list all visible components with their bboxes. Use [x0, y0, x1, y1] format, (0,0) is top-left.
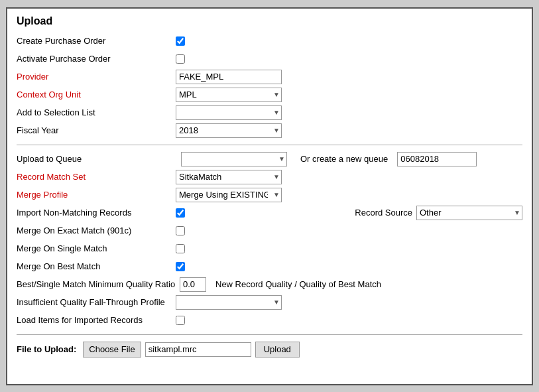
- load-items-row: Load Items for Imported Records: [17, 313, 522, 328]
- activate-po-label: Activate Purchase Order: [17, 54, 176, 64]
- record-match-set-control: SitkaMatch ▼: [176, 170, 282, 184]
- record-source-control: Other ▼: [416, 206, 522, 220]
- context-org-control: MPL ▼: [176, 88, 282, 102]
- import-non-matching-control: [176, 208, 185, 218]
- purchase-order-section: Create Purchase Order Activate Purchase …: [17, 34, 522, 138]
- add-selection-select[interactable]: [176, 105, 282, 120]
- provider-row: Provider: [17, 70, 522, 84]
- merge-single-label: Merge On Single Match: [17, 243, 176, 253]
- new-queue-input[interactable]: [397, 152, 477, 166]
- merge-exact-checkbox[interactable]: [176, 226, 185, 235]
- quality-desc: New Record Quality / Quality of Best Mat…: [215, 279, 381, 289]
- upload-queue-select[interactable]: [181, 152, 287, 166]
- record-source-select[interactable]: Other: [416, 206, 522, 220]
- activate-po-row: Activate Purchase Order: [17, 52, 522, 66]
- fiscal-year-control: 2018 ▼: [176, 123, 282, 138]
- filename-input[interactable]: [145, 342, 251, 357]
- import-non-matching-row: Import Non-Matching Records Record Sourc…: [17, 206, 522, 220]
- fiscal-year-row: Fiscal Year 2018 ▼: [17, 123, 522, 138]
- record-match-set-row: Record Match Set SitkaMatch ▼: [17, 170, 522, 184]
- add-selection-row: Add to Selection List ▼: [17, 105, 522, 120]
- merge-profile-row: Merge Profile Merge Using EXISTING R ▼: [17, 188, 522, 202]
- divider-2: [17, 334, 522, 335]
- file-upload-label: File to Upload:: [17, 344, 76, 354]
- provider-label: Provider: [17, 72, 176, 82]
- merge-single-row: Merge On Single Match: [17, 241, 522, 256]
- quality-ratio-label: Best/Single Match Minimum Quality Ratio: [17, 279, 176, 289]
- merge-single-checkbox[interactable]: [176, 244, 185, 253]
- load-items-label: Load Items for Imported Records: [17, 315, 176, 325]
- merge-profile-select[interactable]: Merge Using EXISTING R: [176, 188, 282, 202]
- record-source-label: Record Source: [355, 208, 412, 218]
- merge-profile-control: Merge Using EXISTING R ▼: [176, 188, 282, 202]
- merge-best-label: Merge On Best Match: [17, 261, 176, 271]
- provider-input[interactable]: [176, 70, 282, 84]
- load-items-control: [176, 316, 185, 325]
- merge-best-checkbox[interactable]: [176, 262, 185, 271]
- add-selection-label: Add to Selection List: [17, 107, 176, 117]
- merge-exact-row: Merge On Exact Match (901c): [17, 224, 522, 238]
- queue-section: Upload to Queue ▼ Or create a new queue …: [17, 152, 522, 328]
- divider-1: [17, 145, 522, 145]
- import-non-matching-group: Import Non-Matching Records: [17, 208, 185, 218]
- merge-single-control: [176, 244, 185, 253]
- activate-po-checkbox[interactable]: [176, 54, 185, 64]
- upload-queue-control: ▼: [181, 152, 287, 166]
- create-po-checkbox[interactable]: [176, 36, 185, 46]
- create-po-row: Create Purchase Order: [17, 34, 522, 48]
- create-po-label: Create Purchase Order: [17, 36, 176, 46]
- upload-queue-row: Upload to Queue ▼ Or create a new queue: [17, 152, 522, 166]
- fiscal-year-label: Fiscal Year: [17, 125, 176, 135]
- load-items-checkbox[interactable]: [176, 316, 185, 325]
- merge-best-row: Merge On Best Match: [17, 259, 522, 274]
- insufficient-quality-row: Insufficient Quality Fall-Through Profil…: [17, 295, 522, 310]
- record-match-set-select[interactable]: SitkaMatch: [176, 170, 282, 184]
- choose-file-button[interactable]: Choose File: [83, 342, 141, 358]
- activate-po-control: [176, 54, 185, 64]
- import-non-matching-label: Import Non-Matching Records: [17, 208, 176, 218]
- import-non-matching-checkbox[interactable]: [176, 208, 185, 218]
- upload-window: Upload Create Purchase Order Activate Pu…: [6, 7, 533, 385]
- window-title: Upload: [17, 15, 522, 27]
- upload-queue-label: Upload to Queue: [17, 154, 176, 164]
- merge-best-control: [176, 262, 185, 271]
- record-source-group: Record Source Other ▼: [355, 206, 522, 220]
- upload-button[interactable]: Upload: [255, 342, 300, 358]
- merge-exact-label: Merge On Exact Match (901c): [17, 226, 176, 235]
- create-po-control: [176, 36, 185, 46]
- merge-profile-label: Merge Profile: [17, 190, 176, 200]
- provider-control: [176, 70, 282, 84]
- insufficient-quality-control: ▼: [176, 295, 282, 310]
- file-upload-row: File to Upload: Choose File Upload: [17, 342, 522, 358]
- fiscal-year-select[interactable]: 2018: [176, 123, 282, 138]
- insufficient-quality-label: Insufficient Quality Fall-Through Profil…: [17, 297, 176, 307]
- add-selection-control: ▼: [176, 105, 282, 120]
- quality-ratio-input[interactable]: [180, 277, 206, 292]
- context-org-label: Context Org Unit: [17, 90, 176, 99]
- insufficient-quality-select[interactable]: [176, 295, 282, 310]
- quality-ratio-row: Best/Single Match Minimum Quality Ratio …: [17, 277, 522, 292]
- record-match-set-label: Record Match Set: [17, 172, 176, 182]
- context-org-select[interactable]: MPL: [176, 88, 282, 102]
- context-org-row: Context Org Unit MPL ▼: [17, 88, 522, 102]
- merge-exact-control: [176, 226, 185, 235]
- new-queue-label: Or create a new queue: [300, 154, 388, 164]
